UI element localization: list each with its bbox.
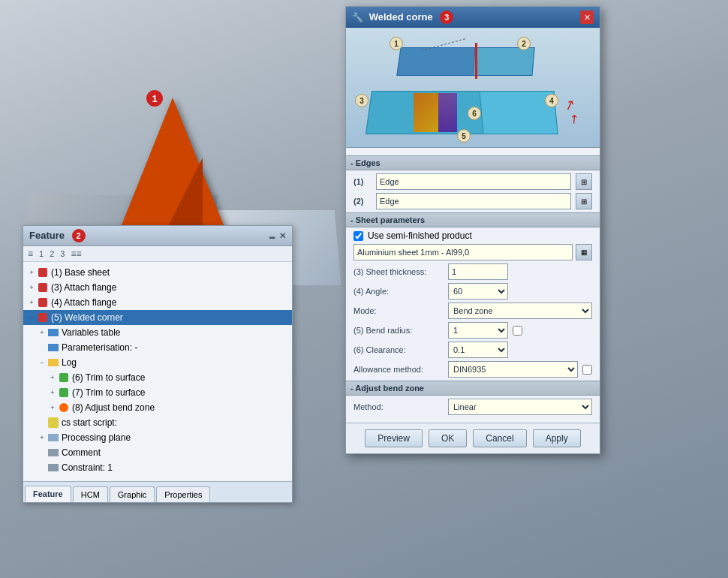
icon-welded (37, 312, 49, 324)
tree-item-trim-2[interactable]: + (7) Trim to surface (23, 385, 292, 400)
dialog-badge: 3 (440, 11, 453, 24)
semi-finished-label: Use semi-finished product (368, 230, 472, 241)
clearance-row: (6) Clearance: 0.1 0 0.2 0.5 (353, 342, 592, 358)
dialog-close-button[interactable]: ✕ (580, 11, 594, 24)
expand-trim-1[interactable]: + (47, 372, 58, 383)
tree-item-welded-corner[interactable]: − (5) Welded corner (23, 310, 292, 325)
angle-select[interactable]: 60 30 45 90 120 (448, 283, 508, 300)
apply-button[interactable]: Apply (533, 429, 581, 447)
icon-cs (47, 417, 59, 429)
thickness-row: (3) Sheet thickness: (353, 263, 592, 280)
tree-item-insertion-position[interactable]: ← (2) --- Insertion Position --- (23, 475, 292, 478)
bend-radius-checkbox[interactable] (513, 326, 522, 336)
welded-corner-dialog: 🔧 Welded corne 3 ✕ ↗ ↗ 1 2 (345, 6, 600, 454)
expand-variables[interactable]: + (37, 327, 47, 338)
tree-item-log[interactable]: − Log (23, 355, 292, 370)
edge1-input[interactable] (376, 173, 571, 190)
expand-adjust[interactable]: + (47, 402, 58, 413)
expand-log[interactable]: − (37, 357, 47, 368)
product-input[interactable] (353, 244, 573, 260)
allowance-select[interactable]: DIN6935 DIN Custom (448, 361, 578, 378)
expand-attach-2[interactable]: + (26, 297, 37, 308)
cancel-button[interactable]: Cancel (473, 429, 526, 447)
semi-finished-checkbox[interactable] (353, 231, 363, 241)
edge2-id-label: (2) (353, 197, 372, 206)
method-select[interactable]: Linear Cubic None (448, 399, 592, 415)
toolbar-icon-2[interactable]: 1 (39, 249, 44, 258)
edge1-select-button[interactable]: ⊞ (576, 173, 592, 190)
close-icon[interactable]: ✕ (279, 231, 286, 241)
preview-shape-tr (472, 47, 534, 76)
toolbar-icon-5[interactable]: ≡≡ (71, 248, 81, 259)
tree-item-processing-plane[interactable]: + Processing plane (23, 430, 292, 445)
feature-tabs: Feature HCM Graphic Properties (23, 481, 292, 502)
feature-panel-controls[interactable]: 🗕 ✕ (268, 231, 286, 241)
tree-item-parameterisation[interactable]: Parameterisation: - (23, 340, 292, 355)
product-table-button[interactable]: ▦ (576, 244, 592, 260)
icon-variables (47, 327, 59, 339)
preview-badge-1: 1 (390, 37, 403, 50)
tree-item-trim-1[interactable]: + (6) Trim to surface (23, 370, 292, 385)
label-trim-2: (7) Trim to surface (72, 387, 145, 398)
expand-constraint (37, 462, 47, 473)
mode-select[interactable]: Bend zone Flat Overlap (448, 303, 592, 319)
feature-toolbar: ≡ 1 2 3 ≡≡ (23, 246, 292, 262)
tree-item-base-sheet[interactable]: + (1) Base sheet (23, 265, 292, 280)
label-attach-2: (4) Attach flange (51, 297, 116, 308)
tab-properties[interactable]: Properties (156, 486, 210, 502)
pin-icon[interactable]: 🗕 (268, 231, 276, 241)
icon-insertion-arrow: ← (37, 477, 49, 478)
expand-trim-2[interactable]: + (47, 387, 58, 398)
method-row: Method: Linear Cubic None (353, 399, 592, 415)
preview-badge-5: 5 (457, 129, 471, 143)
preview-badge-2: 2 (517, 37, 531, 50)
icon-proc-plane (47, 432, 59, 444)
tree-item-cs-script[interactable]: cs start script: (23, 415, 292, 430)
icon-attach-2 (37, 297, 49, 309)
tree-item-constraint[interactable]: Constraint: 1 (23, 460, 292, 475)
tab-feature[interactable]: Feature (25, 486, 71, 502)
tree-item-variables[interactable]: + Variables table (23, 325, 292, 340)
bend-radius-select[interactable]: 1 0.5 1.5 2 (448, 322, 508, 339)
label-trim-1: (6) Trim to surface (72, 372, 145, 383)
icon-trim-2 (58, 387, 70, 399)
ok-button[interactable]: OK (429, 429, 467, 447)
tree-item-comment[interactable]: Comment (23, 445, 292, 460)
tab-graphic[interactable]: Graphic (110, 486, 155, 502)
tree-item-adjust-bend[interactable]: + (8) Adjust bend zone (23, 400, 292, 415)
edge2-input[interactable] (376, 193, 571, 209)
dialog-titlebar: 🔧 Welded corne 3 ✕ (346, 7, 600, 28)
expand-attach-1[interactable]: + (26, 282, 37, 293)
tab-hcm[interactable]: HCM (73, 486, 108, 502)
section-adjust-header: - Adjust bend zone (346, 381, 600, 396)
tree-item-attach-flange-2[interactable]: + (4) Attach flange (23, 295, 292, 310)
preview-badge-4: 4 (545, 94, 558, 107)
preview-button[interactable]: Preview (365, 429, 423, 447)
preview-purple-fill (438, 93, 457, 132)
allowance-checkbox[interactable] (582, 365, 592, 375)
section-edges-header: - Edges (346, 155, 600, 170)
toolbar-icon-4[interactable]: 3 (60, 249, 65, 258)
expand-proc-plane[interactable]: + (37, 432, 47, 443)
tree-item-attach-flange-1[interactable]: + (3) Attach flange (23, 280, 292, 295)
preview-badge-6: 6 (468, 107, 481, 120)
clearance-select[interactable]: 0.1 0 0.2 0.5 (448, 342, 508, 358)
mode-row: Mode: Bend zone Flat Overlap (353, 303, 592, 319)
icon-attach-1 (37, 281, 49, 294)
dialog-preview: ↗ ↗ 1 2 3 4 5 6 (346, 28, 600, 148)
icon-comment (47, 447, 59, 459)
toolbar-icon-3[interactable]: 2 (50, 249, 54, 258)
expand-cs (37, 417, 47, 428)
label-comment: Comment (62, 447, 101, 458)
thickness-label: (3) Sheet thickness: (353, 267, 444, 276)
thickness-input[interactable] (448, 263, 508, 280)
edge2-select-button[interactable]: ⊞ (576, 193, 592, 209)
toolbar-icon-1[interactable]: ≡ (28, 248, 33, 259)
feature-panel-titlebar: Feature 2 🗕 ✕ (23, 226, 292, 246)
icon-adjust (58, 402, 70, 414)
label-welded-corner: (5) Welded corner (51, 312, 123, 323)
feature-tree: + (1) Base sheet + (3) Attach flange + (… (23, 262, 292, 478)
label-attach-1: (3) Attach flange (51, 282, 116, 293)
expand-welded[interactable]: − (26, 312, 37, 323)
expand-base-sheet[interactable]: + (26, 267, 37, 278)
